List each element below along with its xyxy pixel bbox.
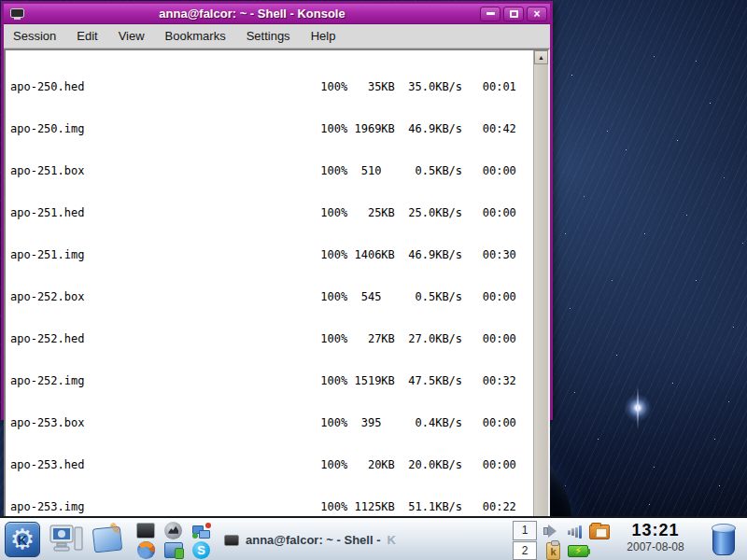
menu-session[interactable]: Session <box>13 29 56 43</box>
panel-clock[interactable]: 13:21 2007-08-08 <box>609 521 702 554</box>
menu-help[interactable]: Help <box>311 29 336 43</box>
taskbar: ⚙ K ✎ <box>0 516 747 560</box>
scrollbar-track[interactable] <box>534 64 548 560</box>
window-terminal-icon <box>10 8 24 20</box>
k-menu-button[interactable]: ⚙ K <box>5 522 40 557</box>
pager-desktop-2[interactable]: 2 <box>513 541 537 560</box>
clock-date: 2007-08-08 <box>609 540 702 554</box>
red-badge <box>205 523 211 528</box>
amarok-launcher[interactable] <box>164 522 182 539</box>
close-button[interactable]: × <box>527 7 547 21</box>
system-launcher[interactable] <box>49 524 84 555</box>
titlebar[interactable]: anna@falcor: ~ - Shell - Konsole × <box>4 4 550 24</box>
scroll-up-button[interactable]: ▲ <box>534 50 548 64</box>
close-icon: × <box>533 8 540 20</box>
trash-lid-icon <box>712 524 736 533</box>
terminal-line: apo-250.img 100% 1969KB 46.9KB/s 00:42 <box>10 122 533 136</box>
bright-star <box>624 394 652 422</box>
terminal-line: apo-251.box 100% 510 0.5KB/s 00:00 <box>10 164 533 178</box>
quick-launch-grid: S <box>133 521 215 560</box>
battery-tray-icon[interactable]: ⚡ <box>568 545 588 557</box>
pencil-icon: ✎ <box>107 519 121 538</box>
computer-icon <box>49 524 84 555</box>
battery-icon: ⚡ <box>568 545 588 557</box>
folder-icon <box>589 525 610 539</box>
remote-desktop-launcher[interactable] <box>164 542 183 558</box>
konsole-window: anna@falcor: ~ - Shell - Konsole × Sessi… <box>1 1 553 420</box>
organizer-tray-icon[interactable] <box>589 525 610 539</box>
skype-launcher[interactable]: S <box>192 541 210 559</box>
task-terminal-icon <box>224 535 239 546</box>
kde-k-letter: K <box>18 532 28 548</box>
terminal-line: apo-253.box 100% 395 0.4KB/s 00:00 <box>10 416 533 430</box>
firefox-launcher[interactable] <box>137 541 155 559</box>
volume-tray-icon[interactable] <box>543 525 557 538</box>
speaker-cone-icon <box>548 525 557 538</box>
terminal-line: apo-251.hed 100% 25KB 25.0KB/s 00:00 <box>10 206 533 220</box>
maximize-icon <box>510 10 518 18</box>
signal-strength-tray-icon[interactable] <box>568 525 583 539</box>
update-manager-launcher[interactable] <box>192 523 211 539</box>
clipboard-icon: k <box>546 542 560 560</box>
text-editor-launcher[interactable]: ✎ <box>93 527 121 552</box>
desktop: ⚙ RealPlayer1 0GOLD.bin anna@falcor: ~ -… <box>0 0 747 560</box>
terminal-area[interactable]: apo-250.hed 100% 35KB 35.0KB/s 00:01 apo… <box>4 49 550 560</box>
terminal-line: apo-251.img 100% 1406KB 46.9KB/s 00:30 <box>10 248 533 262</box>
green-badge <box>192 533 198 539</box>
menu-edit[interactable]: Edit <box>77 29 97 43</box>
pager-desktop-1[interactable]: 1 <box>513 521 537 540</box>
arrow-up-icon: ▲ <box>538 54 544 61</box>
klipper-letter: k <box>550 546 556 557</box>
menu-settings[interactable]: Settings <box>247 29 290 43</box>
terminal-line: apo-252.box 100% 545 0.5KB/s 00:00 <box>10 290 533 304</box>
scrollbar[interactable]: ▲ ▲ ▼ <box>533 50 548 560</box>
desktop-pager: 1 2 <box>513 521 537 560</box>
minimize-button[interactable] <box>480 7 500 21</box>
minimize-icon <box>486 12 495 15</box>
menu-bar: Session Edit View Bookmarks Settings Hel… <box>4 24 550 49</box>
taskbar-task-konsole[interactable]: anna@falcor: ~ - Shell - K <box>218 522 503 558</box>
terminal-line: apo-252.hed 100% 27KB 27.0KB/s 00:00 <box>10 332 533 346</box>
window-title: anna@falcor: ~ - Shell - Konsole <box>28 7 476 21</box>
task-label-cut: K <box>388 533 396 547</box>
skype-letter: S <box>197 543 205 557</box>
menu-bookmarks[interactable]: Bookmarks <box>165 29 226 43</box>
klipper-tray-icon[interactable]: k <box>546 542 560 560</box>
task-label: anna@falcor: ~ - Shell - <box>246 533 381 547</box>
trash-applet[interactable] <box>708 520 740 559</box>
terminal-line: apo-253.img 100% 1125KB 51.1KB/s 00:22 <box>10 500 533 514</box>
lightning-icon: ⚡ <box>574 546 582 556</box>
konsole-launcher[interactable] <box>136 523 155 539</box>
clock-time: 13:21 <box>609 521 702 540</box>
menu-view[interactable]: View <box>119 29 145 43</box>
terminal-line: apo-250.hed 100% 35KB 35.0KB/s 00:01 <box>10 80 533 94</box>
maximize-button[interactable] <box>503 7 524 21</box>
text-editor-icon: ✎ <box>92 526 123 553</box>
terminal-line: apo-252.img 100% 1519KB 47.5KB/s 00:32 <box>10 374 533 388</box>
terminal-line: apo-253.hed 100% 20KB 20.0KB/s 00:00 <box>10 458 533 472</box>
terminal-output[interactable]: apo-250.hed 100% 35KB 35.0KB/s 00:01 apo… <box>6 50 533 560</box>
